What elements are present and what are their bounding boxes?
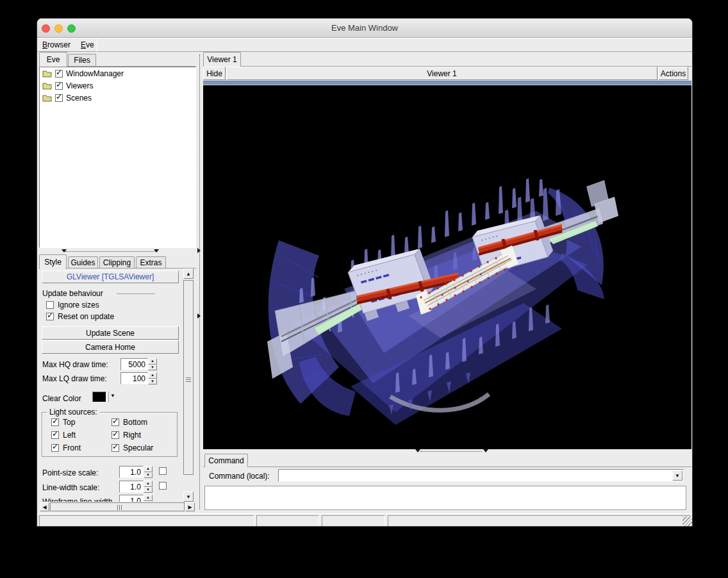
tree-item-scenes[interactable]: Scenes: [40, 92, 195, 104]
light-left-option[interactable]: Left: [51, 431, 112, 440]
wireframe-spinner: ▲ ▼: [144, 495, 153, 502]
spinner-up-icon[interactable]: ▲: [148, 358, 157, 365]
line-width-input[interactable]: [119, 481, 144, 493]
menu-divider: [97, 38, 97, 52]
menu-bar: Browser Eve: [37, 38, 692, 52]
light-top-checkbox[interactable]: [51, 418, 59, 426]
update-scene-button[interactable]: Update Scene: [42, 326, 179, 340]
tab-eve[interactable]: Eve: [39, 52, 67, 67]
light-bottom-checkbox[interactable]: [112, 418, 119, 426]
combo-arrow-icon[interactable]: ▼: [672, 470, 682, 481]
title-bar[interactable]: Eve Main Window: [37, 19, 692, 38]
actions-button[interactable]: Actions: [658, 67, 688, 80]
light-bottom-option[interactable]: Bottom: [112, 418, 172, 427]
update-behaviour-title: Update behaviour: [42, 289, 103, 298]
command-input-combo[interactable]: ▼: [278, 469, 684, 482]
splitter-arrow-icon: [62, 249, 67, 252]
tab-files[interactable]: Files: [68, 54, 96, 67]
spinner-down-icon[interactable]: ▼: [144, 472, 153, 479]
line-width-checkbox[interactable]: [159, 482, 167, 490]
scroll-right-button[interactable]: ▶: [185, 502, 195, 511]
reset-on-update-checkbox[interactable]: [46, 313, 54, 320]
minimize-window-icon[interactable]: [54, 24, 63, 33]
clear-color-swatch[interactable]: [92, 392, 106, 402]
max-lq-input[interactable]: [120, 372, 148, 384]
light-front-checkbox[interactable]: [51, 444, 59, 452]
light-left-checkbox[interactable]: [51, 431, 59, 439]
spinner-down-icon[interactable]: ▼: [144, 501, 153, 502]
tree-item-label[interactable]: Scenes: [66, 94, 92, 103]
status-segment: [388, 515, 691, 527]
tab-viewer-1[interactable]: Viewer 1: [203, 52, 241, 67]
splitter-arrow-icon: [197, 313, 201, 318]
color-dropdown-arrow-icon[interactable]: ▼: [110, 393, 115, 399]
light-top-option[interactable]: Top: [51, 418, 112, 427]
menu-browser[interactable]: Browser: [38, 38, 74, 52]
light-specular-option[interactable]: Specular: [112, 443, 172, 452]
splitter-arrow-icon: [154, 249, 159, 252]
wireframe-input[interactable]: [119, 495, 144, 502]
spinner-down-icon[interactable]: ▼: [144, 487, 153, 493]
ignore-sizes-label: Ignore sizes: [58, 301, 99, 310]
tree-item-checkbox[interactable]: [55, 70, 63, 78]
tab-command[interactable]: Command: [204, 454, 248, 467]
viewer-title-bar[interactable]: Viewer 1: [226, 67, 658, 80]
hide-button[interactable]: Hide: [203, 67, 226, 80]
tab-style[interactable]: Style: [39, 254, 67, 269]
max-lq-label: Max LQ draw time:: [42, 374, 107, 383]
tree-item-viewers[interactable]: Viewers: [40, 79, 195, 92]
close-window-icon[interactable]: [42, 24, 50, 33]
scroll-left-icon: ◀: [42, 504, 46, 510]
tree-item-checkbox[interactable]: [55, 82, 63, 90]
camera-home-button[interactable]: Camera Home: [42, 340, 179, 354]
folder-icon: [42, 70, 52, 78]
vertical-scrollbar-thumb[interactable]: [183, 280, 194, 475]
status-segment: [39, 515, 254, 527]
glviewer-button[interactable]: GLViewer [TGLSAViewer]: [42, 270, 179, 283]
resize-grip[interactable]: [682, 516, 692, 526]
tree-item-checkbox[interactable]: [55, 94, 63, 102]
command-input[interactable]: [279, 470, 672, 481]
spinner-up-icon[interactable]: ▲: [148, 372, 157, 379]
scroll-left-button[interactable]: ◀: [40, 502, 49, 511]
spinner-down-icon[interactable]: ▼: [148, 379, 157, 385]
horizontal-scrollbar-thumb[interactable]: [50, 502, 185, 511]
ignore-sizes-checkbox[interactable]: [46, 301, 54, 309]
tab-extras[interactable]: Extras: [136, 256, 166, 269]
scroll-up-button[interactable]: ▲: [183, 268, 194, 279]
scroll-up-icon: ▲: [186, 271, 191, 277]
menu-eve[interactable]: Eve: [77, 38, 98, 52]
tree-item-label[interactable]: WindowManager: [66, 69, 124, 78]
ignore-sizes-option[interactable]: Ignore sizes: [46, 301, 99, 310]
light-front-label: Front: [63, 443, 81, 452]
light-front-option[interactable]: Front: [51, 443, 112, 452]
spinner-up-icon[interactable]: ▲: [144, 466, 153, 472]
spinner-up-icon[interactable]: ▲: [144, 495, 153, 501]
light-right-label: Right: [123, 431, 141, 440]
folder-icon: [42, 82, 52, 90]
scroll-down-button[interactable]: ▼: [183, 491, 194, 502]
spinner-down-icon[interactable]: ▼: [148, 365, 157, 371]
spinner-up-icon[interactable]: ▲: [144, 481, 153, 487]
line-width-spinner: ▲ ▼: [144, 481, 153, 493]
point-size-input[interactable]: [119, 466, 144, 478]
gl-viewport[interactable]: [203, 85, 691, 449]
eve-tree: WindowManager Viewers Scenes: [39, 67, 196, 248]
scroll-right-icon: ▶: [188, 504, 192, 510]
light-right-option[interactable]: Right: [112, 431, 172, 440]
point-size-checkbox[interactable]: [159, 467, 167, 475]
tab-guides[interactable]: Guides: [68, 256, 98, 269]
tree-item-windowmanager[interactable]: WindowManager: [40, 67, 195, 79]
scroll-down-icon: ▼: [186, 494, 191, 500]
zoom-window-icon[interactable]: [67, 24, 76, 33]
max-lq-spinner: ▲ ▼: [148, 372, 157, 384]
tree-item-label[interactable]: Viewers: [66, 81, 93, 90]
style-editor-panel: GLViewer [TGLSAViewer] Update behaviour …: [40, 268, 183, 502]
viewer-selection-strip: [203, 81, 691, 85]
light-right-checkbox[interactable]: [112, 431, 119, 439]
line-width-label: Line-width scale:: [42, 483, 99, 492]
tab-clipping[interactable]: Clipping: [99, 256, 135, 269]
light-specular-checkbox[interactable]: [112, 444, 119, 452]
reset-on-update-option[interactable]: Reset on update: [46, 312, 114, 321]
max-hq-input[interactable]: [120, 358, 148, 370]
